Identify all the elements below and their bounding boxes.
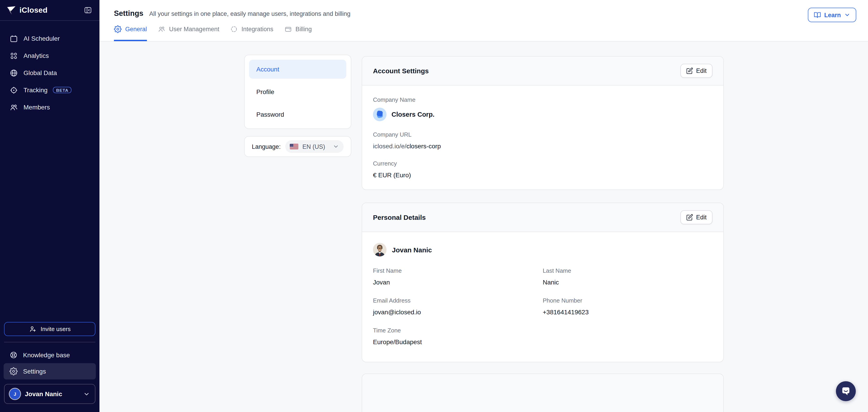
sidebar-bottom-spacer: [0, 404, 99, 412]
dashed-circle-icon: [230, 25, 238, 33]
email-field: Email Address jovan@iclosed.io: [373, 297, 543, 316]
gear-icon: [9, 367, 18, 375]
lifebuoy-icon: [9, 351, 18, 359]
chat-launcher-button[interactable]: [836, 381, 856, 401]
account-settings-body: Company Name Closers Corp.: [362, 86, 723, 179]
calendar-icon: [9, 34, 18, 43]
chevron-down-icon: [844, 12, 850, 18]
sidebar-item-label: Global Data: [24, 69, 57, 77]
settings-content: Account Profile Password Language:: [99, 41, 868, 412]
timezone-field: Time Zone Europe/Budapest: [373, 327, 543, 346]
sidebar-item-ai-scheduler[interactable]: AI Scheduler: [4, 30, 96, 47]
learn-button[interactable]: Learn: [808, 8, 856, 22]
sidebar-header: iClosed: [0, 0, 99, 21]
chevron-down-icon: [83, 390, 90, 397]
invite-users-button[interactable]: Invite users: [4, 322, 95, 336]
company-name-value: Closers Corp.: [392, 111, 434, 118]
us-flag-icon: [290, 144, 298, 149]
tab-billing[interactable]: Billing: [284, 25, 312, 41]
pencil-icon: [686, 214, 693, 221]
field-label: Currency: [373, 160, 712, 167]
sidebar-item-label: Settings: [23, 368, 46, 375]
field-value: jovan@iclosed.io: [373, 308, 543, 316]
sidebar-item-knowledge-base[interactable]: Knowledge base: [4, 347, 96, 363]
sidebar-collapse-icon[interactable]: [82, 5, 93, 16]
user-menu[interactable]: J Jovan Nanic: [4, 384, 95, 404]
field-label: Email Address: [373, 297, 543, 304]
company-name-field: Company Name Closers Corp.: [373, 96, 712, 121]
field-label: Last Name: [543, 267, 712, 274]
language-value: EN (US): [303, 143, 329, 150]
page-title: Settings: [114, 9, 143, 18]
company-url-field: Company URL iclosed.io/e/closers-corp: [373, 131, 712, 150]
menu-item-password[interactable]: Password: [249, 105, 346, 124]
field-label: First Name: [373, 267, 543, 274]
people-icon: [158, 25, 165, 33]
person-row: Jovan Nanic: [373, 243, 712, 257]
person-name: Jovan Nanic: [392, 246, 432, 254]
personal-edit-button[interactable]: Edit: [680, 210, 712, 224]
chat-bubble-icon: [840, 386, 851, 396]
personal-details-body: Jovan Nanic First Name Jovan Last Name N…: [362, 232, 723, 346]
sidebar-item-settings[interactable]: Settings: [4, 363, 96, 379]
account-edit-button[interactable]: Edit: [680, 64, 712, 78]
company-url-slug: closers-corp: [406, 143, 441, 150]
app-window: iClosed AI Scheduler: [0, 0, 868, 412]
field-label: Time Zone: [373, 327, 543, 334]
menu-item-profile[interactable]: Profile: [249, 82, 346, 101]
user-avatar: J: [9, 388, 20, 399]
field-value: +381641419623: [543, 308, 712, 316]
main-area: Settings All your settings in one place,…: [99, 0, 868, 412]
field-label: Company Name: [373, 96, 712, 104]
tab-label: Billing: [296, 26, 312, 33]
person-plus-icon: [29, 325, 37, 333]
target-icon: [9, 86, 18, 94]
personal-fields-grid: First Name Jovan Last Name Nanic Email A…: [373, 267, 712, 346]
tab-integrations[interactable]: Integrations: [230, 25, 273, 41]
logo-text: iClosed: [20, 6, 48, 15]
sidebar-item-members[interactable]: Members: [4, 98, 96, 116]
sidebar-spacer: [0, 116, 99, 322]
card-title: Personal Details: [373, 213, 426, 221]
sidebar-item-label: Tracking: [24, 86, 48, 94]
company-url-value: iclosed.io/e/closers-corp: [373, 143, 712, 150]
account-settings-header: Account Settings Edit: [362, 57, 723, 86]
profile-photo: [373, 243, 386, 257]
currency-value: € EUR (Euro): [373, 171, 712, 179]
language-label: Language:: [252, 143, 281, 150]
first-name-field: First Name Jovan: [373, 267, 543, 286]
sidebar-item-global-data[interactable]: Global Data: [4, 64, 96, 81]
edit-label: Edit: [696, 67, 707, 74]
account-settings-card: Account Settings Edit Company Name: [362, 56, 724, 190]
sidebar-item-label: Knowledge base: [23, 351, 70, 359]
sidebar-item-tracking[interactable]: Tracking BETA: [4, 81, 96, 98]
tab-general[interactable]: General: [114, 25, 147, 41]
field-value: Europe/Budapest: [373, 338, 543, 346]
invite-users-label: Invite users: [41, 326, 71, 332]
tab-user-management[interactable]: User Management: [158, 25, 219, 41]
language-card: Language:: [244, 136, 351, 157]
title-row: Settings All your settings in one place,…: [114, 9, 856, 18]
personal-details-card: Personal Details Edit: [362, 203, 724, 362]
sidebar-footer-nav: Knowledge base Settings: [0, 347, 99, 379]
phone-field: Phone Number +381641419623: [543, 297, 712, 316]
field-label: Phone Number: [543, 297, 712, 304]
currency-field: Currency € EUR (Euro): [373, 160, 712, 179]
menu-item-label: Account: [256, 66, 279, 73]
menu-item-account[interactable]: Account: [249, 60, 346, 79]
edit-label: Edit: [696, 214, 707, 221]
page-subtitle: All your settings in one place, easily m…: [149, 10, 350, 17]
language-select[interactable]: EN (US): [285, 140, 344, 153]
wallet-icon: [284, 25, 292, 33]
field-value: Nanic: [543, 278, 712, 286]
page-header: Settings All your settings in one place,…: [99, 0, 868, 41]
next-card-partial: [362, 374, 724, 412]
sidebar-item-label: Members: [24, 104, 50, 111]
tab-label: User Management: [169, 26, 219, 33]
sidebar-item-analytics[interactable]: Analytics: [4, 47, 96, 64]
field-value: Jovan: [373, 278, 543, 286]
pencil-icon: [686, 67, 693, 74]
sidebar-nav: AI Scheduler Analytics G: [0, 21, 99, 116]
globe-icon: [9, 68, 18, 77]
company-logo-icon: [373, 108, 386, 121]
